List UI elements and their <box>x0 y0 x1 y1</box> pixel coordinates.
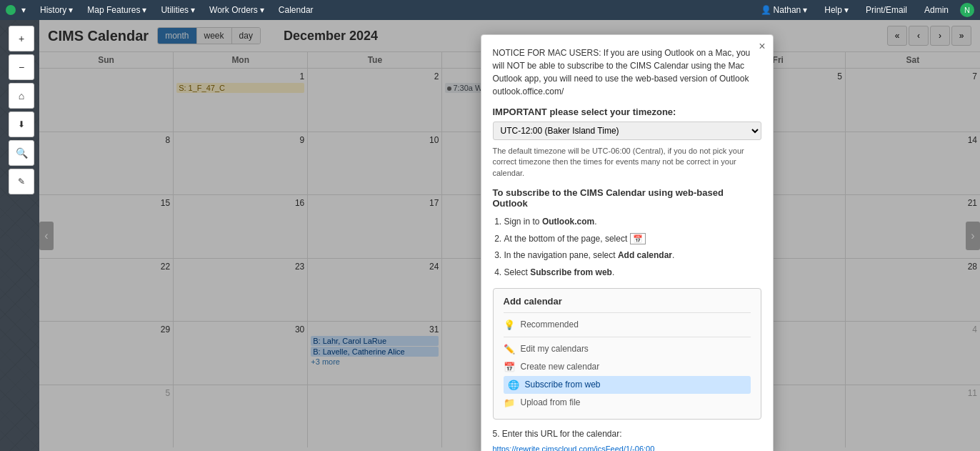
popup-timezone-title: IMPORTANT please select your timezone: <box>493 106 761 117</box>
recommended-label: Recommended <box>521 319 579 329</box>
brand-dropdown-icon[interactable]: ▾ <box>21 5 26 15</box>
popup-close-button[interactable]: × <box>759 41 765 52</box>
subscribe-label: Subscribe from web <box>525 380 601 390</box>
brand-dot <box>6 5 16 15</box>
add-calendar-preview: Add calendar 💡 Recommended ✏️ Edit my ca… <box>493 288 761 420</box>
brand[interactable]: ▾ <box>6 5 26 15</box>
popup-notice: NOTICE FOR MAC USERS: If you are using O… <box>493 46 761 98</box>
step-1: Sign in to Outlook.com. <box>504 214 761 230</box>
step-2: At the bottom of the page, select 📅 <box>504 232 761 247</box>
subscribe-icon: 🌐 <box>508 380 519 390</box>
search-button[interactable]: 🔍 <box>9 140 34 166</box>
popup-step5: 5. Enter this URL for the calendar: http… <box>493 427 761 451</box>
create-calendar-icon: 📅 <box>504 362 515 372</box>
add-cal-create: 📅 Create new calendar <box>504 358 751 376</box>
nav-history[interactable]: History ▾ <box>34 4 79 16</box>
timezone-select[interactable]: UTC-12:00 (Baker Island Time) <box>493 122 761 140</box>
nav-map-features[interactable]: Map Features ▾ <box>81 4 152 16</box>
calendar-url: https://rewrite.cimscloud.com/icsFeed/1/… <box>493 445 655 451</box>
nav-work-orders[interactable]: Work Orders ▾ <box>204 4 270 16</box>
edit-calendars-icon: ✏️ <box>504 344 515 355</box>
add-cal-recommended: 💡 Recommended <box>504 316 751 334</box>
recommended-icon: 💡 <box>504 319 515 330</box>
edit-button[interactable]: ✎ <box>9 169 34 194</box>
subscribe-popup: × NOTICE FOR MAC USERS: If you are using… <box>481 34 774 451</box>
create-calendar-label: Create new calendar <box>521 362 600 372</box>
add-cal-edit: ✏️ Edit my calendars <box>504 340 751 358</box>
step5-label: 5. Enter this URL for the calendar: <box>493 429 622 439</box>
add-calendar-preview-title: Add calendar <box>504 296 751 307</box>
home-button[interactable]: ⌂ <box>9 83 34 109</box>
popup-timezone-note: The default timezone will be UTC-06:00 (… <box>493 146 761 179</box>
upload-icon: 📁 <box>504 397 515 408</box>
step-4: Select Subscribe from web. <box>504 265 761 281</box>
nav-admin[interactable]: Admin <box>919 4 954 16</box>
popup-web-title: To subscribe to the CIMS Calendar using … <box>493 187 761 209</box>
nav-print-email[interactable]: Print/Email <box>860 4 913 16</box>
calendar-panel: CIMS Calendar month week day December 20… <box>39 20 980 451</box>
main-area: + − ⌂ ⬇ 🔍 ✎ CIMS Calendar month week day… <box>0 20 980 451</box>
top-nav: ▾ History ▾ Map Features ▾ Utilities ▾ W… <box>0 0 980 20</box>
add-cal-subscribe: 🌐 Subscribe from web <box>504 376 751 394</box>
nav-right: 👤 Nathan ▾ Help ▾ Print/Email Admin N <box>755 3 974 17</box>
nav-help[interactable]: Help ▾ <box>819 4 854 16</box>
nav-nathan[interactable]: 👤 Nathan ▾ <box>755 4 814 16</box>
step-3: In the navigation pane, select Add calen… <box>504 248 761 264</box>
edit-calendars-label: Edit my calendars <box>521 344 589 354</box>
download-button[interactable]: ⬇ <box>9 111 34 137</box>
add-cal-upload: 📁 Upload from file <box>504 394 751 412</box>
popup-steps-web: Sign in to Outlook.com. At the bottom of… <box>493 214 761 280</box>
sidebar-tools: + − ⌂ ⬇ 🔍 ✎ <box>0 20 43 451</box>
nav-utilities[interactable]: Utilities ▾ <box>155 4 201 16</box>
zoom-in-button[interactable]: + <box>9 26 34 51</box>
upload-label: Upload from file <box>521 397 581 407</box>
nav-user-icon[interactable]: N <box>960 3 974 17</box>
nav-calendar[interactable]: Calendar <box>273 4 319 16</box>
zoom-out-button[interactable]: − <box>9 54 34 80</box>
